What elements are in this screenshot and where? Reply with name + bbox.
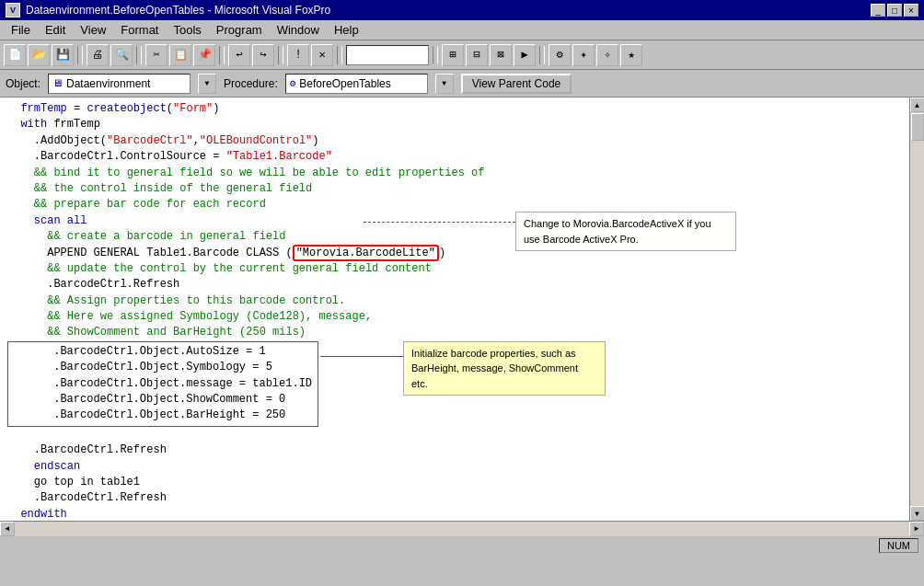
- code-line-7: && prepare bar code for each record: [7, 197, 902, 213]
- scroll-left-button[interactable]: ◄: [0, 522, 15, 536]
- redo-button[interactable]: ↪: [252, 44, 274, 66]
- run-button[interactable]: !: [287, 44, 309, 66]
- code-line-3: .AddObject("BarcodeCtrl","OLEBoundContro…: [7, 133, 902, 149]
- code-line-22: .BarcodeCtrl.Refresh: [7, 442, 902, 458]
- tb-btn3[interactable]: ⊠: [490, 44, 512, 66]
- separator4: [278, 46, 283, 64]
- menu-bar: File Edit View Format Tools Program Wind…: [0, 20, 924, 40]
- code-line-14: && Here we assigned Symbology (Code128),…: [7, 309, 902, 325]
- print-button[interactable]: 🖨: [87, 44, 109, 66]
- code-line-26: endwith: [7, 507, 902, 521]
- status-right: NUM: [879, 538, 918, 553]
- annotation2-arrow: [320, 356, 403, 357]
- property-box: .BarcodeCtrl.Object.AutoSize = 1 .Barcod…: [7, 341, 318, 427]
- separator6: [433, 46, 438, 64]
- annotation-box-1: Change to Morovia.BarcodeActiveX if youu…: [515, 212, 736, 251]
- procedure-label: Procedure:: [224, 77, 278, 90]
- code-line-4: .BarcodeCtrl.ControlSource = "Table1.Bar…: [7, 149, 902, 165]
- object-value: Dataenvironment: [66, 77, 150, 90]
- scroll-right-button[interactable]: ►: [909, 522, 924, 536]
- tb-btn8[interactable]: ★: [620, 44, 642, 66]
- code-line-13: && Assign properties to this barcode con…: [7, 293, 902, 309]
- scroll-h-track[interactable]: [15, 522, 909, 536]
- procedure-dropdown-arrow[interactable]: ▼: [435, 74, 454, 94]
- editor-container: frmTemp = createobject("Form") with frmT…: [0, 98, 924, 521]
- tb-btn7[interactable]: ✧: [596, 44, 618, 66]
- tb-btn5[interactable]: ⚙: [549, 44, 571, 66]
- code-line-10: APPEND GENERAL Table1.Barcode CLASS ("Mo…: [7, 246, 902, 261]
- tb-btn6[interactable]: ✦: [572, 44, 595, 66]
- new-button[interactable]: 📄: [4, 44, 26, 66]
- horizontal-scrollbar[interactable]: ◄ ►: [0, 521, 924, 535]
- procedure-value: BeforeOpenTables: [299, 77, 390, 90]
- code-line-23: endscan: [7, 459, 902, 475]
- app-icon: V: [6, 3, 20, 17]
- separator7: [539, 46, 545, 64]
- tb-btn4[interactable]: ▶: [514, 44, 536, 66]
- annotation1-text: Change to Morovia.BarcodeActiveX if youu…: [524, 218, 711, 245]
- code-line-17: .BarcodeCtrl.Object.Symbology = 5: [14, 360, 312, 375]
- code-line-18: .BarcodeCtrl.Object.message = table1.ID: [14, 376, 312, 392]
- paste-button[interactable]: 📌: [193, 44, 215, 66]
- save-button[interactable]: 💾: [52, 44, 74, 66]
- toolbar: 📄 📂 💾 🖨 🔍 ✂ 📋 📌 ↩ ↪ ! ✕ ⊞ ⊟ ⊠ ▶ ⚙ ✦ ✧ ★: [0, 40, 924, 70]
- scroll-thumb[interactable]: [911, 113, 924, 141]
- object-procedure-bar: Object: 🖥 Dataenvironment ▼ Procedure: ⚙…: [0, 70, 924, 98]
- undo-button[interactable]: ↩: [228, 44, 250, 66]
- annotation-box-2: Initialize barcode properties, such asBa…: [403, 341, 606, 396]
- code-line-12: .BarcodeCtrl.Refresh: [7, 277, 902, 293]
- object-dropdown-arrow[interactable]: ▼: [198, 74, 216, 94]
- procedure-select[interactable]: ⚙ BeforeOpenTables: [285, 74, 428, 94]
- command-input[interactable]: [346, 45, 429, 65]
- tb-btn2[interactable]: ⊟: [466, 44, 488, 66]
- code-line-2: with frmTemp: [7, 117, 902, 132]
- menu-tools[interactable]: Tools: [166, 21, 208, 39]
- menu-file[interactable]: File: [4, 21, 38, 39]
- scroll-track[interactable]: [910, 112, 925, 506]
- separator3: [219, 46, 225, 64]
- code-editor[interactable]: frmTemp = createobject("Form") with frmT…: [0, 98, 909, 521]
- object-select[interactable]: 🖥 Dataenvironment: [48, 74, 191, 94]
- num-indicator: NUM: [879, 538, 918, 553]
- view-parent-button[interactable]: View Parent Code: [461, 74, 572, 94]
- status-bar: NUM: [0, 535, 924, 554]
- code-line-20: .BarcodeCtrl.Object.BarHeight = 250: [14, 408, 312, 423]
- separator5: [337, 46, 342, 64]
- annotation1-arrow: [364, 222, 515, 223]
- menu-view[interactable]: View: [73, 21, 113, 39]
- menu-window[interactable]: Window: [270, 21, 327, 39]
- code-line-15: && ShowComment and BarHeight (250 mils): [7, 325, 902, 340]
- copy-button[interactable]: 📋: [169, 44, 191, 66]
- vertical-scrollbar[interactable]: ▲ ▼: [909, 98, 924, 521]
- minimize-button[interactable]: _: [871, 4, 885, 17]
- separator2: [136, 46, 142, 64]
- cut-button[interactable]: ✂: [145, 44, 167, 66]
- preview-button[interactable]: 🔍: [110, 44, 133, 66]
- menu-format[interactable]: Format: [113, 21, 166, 39]
- tb-btn1[interactable]: ⊞: [442, 44, 464, 66]
- code-line-21: [7, 427, 902, 442]
- menu-help[interactable]: Help: [327, 21, 366, 39]
- menu-edit[interactable]: Edit: [38, 21, 73, 39]
- code-line-25: .BarcodeCtrl.Refresh: [7, 490, 902, 506]
- object-icon: 🖥: [52, 77, 63, 89]
- scroll-down-button[interactable]: ▼: [910, 506, 925, 521]
- code-line-1: frmTemp = createobject("Form"): [7, 101, 902, 117]
- cancel-button[interactable]: ✕: [311, 44, 333, 66]
- open-button[interactable]: 📂: [28, 44, 50, 66]
- window-title: Dataenvironment.BeforeOpenTables - Micro…: [26, 4, 330, 17]
- title-bar-left: V Dataenvironment.BeforeOpenTables - Mic…: [6, 3, 330, 17]
- property-block: .BarcodeCtrl.Object.AutoSize = 1 .Barcod…: [7, 341, 902, 427]
- close-button[interactable]: ×: [904, 4, 918, 17]
- restore-button[interactable]: □: [887, 4, 902, 17]
- code-line-16: .BarcodeCtrl.Object.AutoSize = 1: [14, 344, 312, 360]
- object-label: Object:: [6, 77, 40, 90]
- code-line-11: && update the control by the current gen…: [7, 261, 902, 277]
- scroll-up-button[interactable]: ▲: [910, 98, 925, 112]
- code-line-24: go top in table1: [7, 475, 902, 490]
- menu-program[interactable]: Program: [209, 21, 270, 39]
- procedure-icon: ⚙: [290, 77, 296, 89]
- code-line-6: && the control inside of the general fie…: [7, 181, 902, 197]
- title-buttons[interactable]: _ □ ×: [871, 4, 918, 17]
- title-bar: V Dataenvironment.BeforeOpenTables - Mic…: [0, 0, 924, 20]
